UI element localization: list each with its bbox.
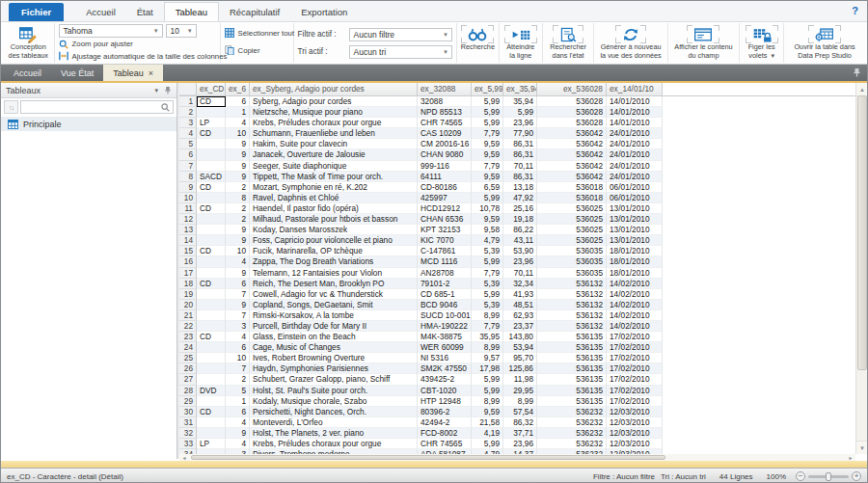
table-cell[interactable]: 12/03/2010 [607, 428, 663, 439]
table-cell[interactable] [197, 428, 226, 439]
doc-tab-vue-etat[interactable]: Vue État [51, 65, 103, 81]
table-cell[interactable]: 24/01/2010 [607, 161, 663, 172]
table-cell[interactable]: 53,94 [503, 342, 537, 353]
table-cell[interactable]: 425997 [418, 193, 472, 203]
table-cell[interactable]: Foss, Capricio pour violoncelle et piano [250, 235, 418, 246]
table-cell[interactable]: 14/01/2010 [607, 107, 663, 118]
table-cell[interactable]: NI 5316 [418, 353, 472, 363]
table-cell[interactable]: Koday, Danses Marosszek [250, 225, 418, 235]
table-cell[interactable]: Fucik, Marinarella, OP tchèque [250, 246, 418, 256]
table-cell[interactable]: 12/03/2010 [607, 407, 663, 417]
row-number[interactable]: 11 [179, 203, 197, 214]
tab-exportation[interactable]: Exportation [290, 3, 358, 21]
table-cell[interactable]: 43,11 [503, 235, 537, 246]
row-number[interactable]: 15 [179, 246, 197, 256]
table-cell[interactable]: 18/01/2010 [607, 256, 663, 267]
row-number[interactable]: 30 [179, 407, 197, 417]
table-cell[interactable]: 77,90 [503, 128, 537, 139]
table-cell[interactable]: CD [197, 332, 226, 342]
row-number[interactable]: 13 [179, 225, 197, 235]
table-cell[interactable]: 7,79 [472, 128, 503, 139]
table-cell[interactable]: Cage, Music of Changes [250, 342, 418, 353]
table-cell[interactable]: CD 685-1 [418, 289, 472, 300]
table-cell[interactable]: 64111 [418, 172, 472, 182]
table-cell[interactable]: 12/03/2010 [607, 439, 663, 449]
table-cell[interactable]: 6 [226, 342, 250, 353]
column-header[interactable]: ex_14/01/10 [607, 83, 663, 95]
table-cell[interactable]: 536035 [537, 246, 607, 256]
table-cell[interactable]: 9 [226, 268, 250, 279]
row-number[interactable]: 27 [179, 374, 197, 385]
table-cell[interactable]: Haydn, Symphonies Parisiennes [250, 363, 418, 374]
table-cell[interactable]: 536028 [537, 118, 607, 128]
table-cell[interactable]: 12/03/2010 [607, 417, 663, 428]
table-cell[interactable]: 5,99 [472, 256, 503, 267]
table-cell[interactable]: 2 [226, 374, 250, 385]
row-number[interactable]: 4 [179, 128, 197, 139]
row-number[interactable]: 19 [179, 289, 197, 300]
table-cell[interactable]: 536042 [537, 161, 607, 172]
close-icon[interactable]: × [149, 68, 153, 78]
table-cell[interactable]: LP [197, 118, 226, 128]
table-cell[interactable]: 536025 [537, 203, 607, 214]
table-cell[interactable]: 41,93 [503, 289, 537, 300]
table-cell[interactable]: Haendel, Il pastor fido (opéra) [250, 203, 418, 214]
column-header[interactable]: ex_5,99 [472, 83, 503, 95]
table-cell[interactable] [197, 417, 226, 428]
row-number[interactable]: 29 [179, 396, 197, 407]
row-number[interactable]: 7 [179, 161, 197, 172]
table-cell[interactable]: 24/01/2010 [607, 128, 663, 139]
table-cell[interactable] [197, 193, 226, 203]
table-cell[interactable]: 32088 [418, 96, 472, 107]
table-cell[interactable]: 4,19 [472, 428, 503, 439]
table-cell[interactable]: 5,99 [472, 439, 503, 449]
table-cell[interactable]: 19,18 [503, 214, 537, 225]
table-cell[interactable]: 17/02/2010 [607, 374, 663, 385]
table-cell[interactable]: 5,99 [472, 193, 503, 203]
table-cell[interactable]: 5,99 [472, 374, 503, 385]
scroll-left-icon[interactable]: ◄ [179, 455, 189, 461]
table-cell[interactable]: Monteverdi, L'Orfeo [250, 417, 418, 428]
table-cell[interactable]: Rimski-Korsakov, A la tombe [250, 310, 418, 321]
active-sort-select[interactable]: Aucun tri ▾ [349, 45, 452, 59]
table-cell[interactable]: Glass, Einstein on the Beach [250, 332, 418, 342]
table-cell[interactable]: 125,86 [503, 363, 537, 374]
table-cell[interactable]: 86,31 [503, 149, 537, 160]
table-cell[interactable] [197, 363, 226, 374]
table-cell[interactable]: 536132 [537, 310, 607, 321]
table-cell[interactable]: 8,99 [472, 342, 503, 353]
goto-line-button[interactable]: Atteindre la ligne [503, 24, 538, 62]
zoom-slider[interactable] [808, 475, 849, 478]
tab-recapitulatif[interactable]: Récapitulatif [219, 3, 290, 21]
table-cell[interactable]: 1 [226, 396, 250, 407]
table-cell[interactable]: CHAN 9080 [418, 149, 472, 160]
regenerate-view-button[interactable]: Générer à nouveau la vue des données [598, 24, 663, 62]
freeze-panes-button[interactable]: Figer les volets ▾ [744, 24, 779, 62]
table-cell[interactable]: 14/02/2010 [607, 300, 663, 310]
table-cell[interactable] [197, 396, 226, 407]
table-cell[interactable] [197, 149, 226, 160]
table-cell[interactable]: Krebs, Préludes choraux pour orgue [250, 118, 418, 128]
table-cell[interactable]: Holst, The Planets, 2 ver. piano [250, 428, 418, 439]
table-cell[interactable]: 8,99 [503, 396, 537, 407]
row-number[interactable]: 17 [179, 268, 197, 279]
table-cell[interactable]: Janacek, Ouverture de Jalousie [250, 149, 418, 160]
table-cell[interactable]: 536042 [537, 149, 607, 160]
table-cell[interactable]: 999-116 [418, 161, 472, 172]
row-number[interactable]: 31 [179, 417, 197, 428]
table-cell[interactable]: 14/02/2010 [607, 310, 663, 321]
table-cell[interactable]: 536018 [537, 193, 607, 203]
table-cell[interactable]: 23,96 [503, 256, 537, 267]
tab-etat[interactable]: État [126, 3, 164, 21]
table-cell[interactable] [197, 214, 226, 225]
horizontal-scroll-thumb[interactable] [191, 455, 665, 460]
vertical-scrollbar[interactable]: ▲ ▼ [855, 83, 868, 454]
table-cell[interactable]: 9 [226, 225, 250, 235]
tab-tableau[interactable]: Tableau [164, 2, 219, 21]
table-cell[interactable]: CD [197, 182, 226, 193]
table-cell[interactable]: 53,90 [503, 246, 537, 256]
row-number[interactable]: 22 [179, 321, 197, 332]
table-cell[interactable]: Hakim, Suite pour clavecin [250, 139, 418, 149]
table-cell[interactable]: 536035 [537, 256, 607, 267]
table-cell[interactable]: 17/02/2010 [607, 363, 663, 374]
